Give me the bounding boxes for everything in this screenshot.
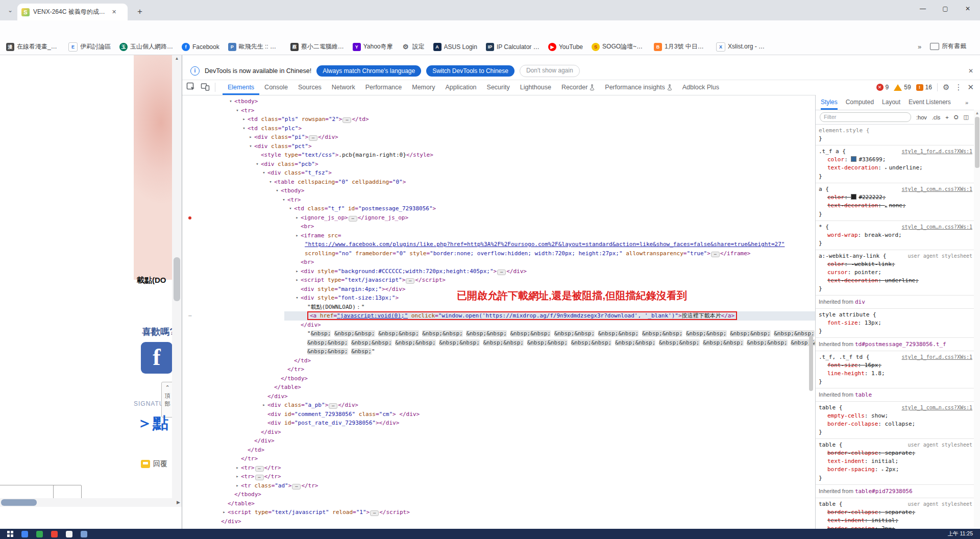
expand-arrow-open-icon[interactable]: ▾ xyxy=(254,160,260,169)
sidebar-tab-event-listeners[interactable]: Event Listeners xyxy=(909,95,951,110)
expand-arrow-closed-icon[interactable]: ▸ xyxy=(294,231,300,240)
taskbar-app-icon[interactable] xyxy=(21,531,28,537)
inspect-element-icon[interactable] xyxy=(186,82,197,92)
tree-line[interactable]: ▾<td class="plc"> xyxy=(182,124,815,133)
tree-line[interactable]: <div id="comment_72938056" class="cm"> <… xyxy=(182,410,815,419)
sidebar-tab-layout[interactable]: Layout xyxy=(882,95,900,110)
taskbar-clock[interactable]: 上午 11:25 xyxy=(948,530,973,537)
page-link-text[interactable]: ＞點 xyxy=(137,412,168,434)
css-rule[interactable]: style attribute {font-size: 13px;} xyxy=(816,309,980,338)
page-partial-button[interactable] xyxy=(0,485,58,499)
page-vertical-scrollbar[interactable]: ▲ xyxy=(172,55,182,498)
css-rule[interactable]: table {style_1_com…n.css?XWs:1empty-cell… xyxy=(816,402,980,439)
expand-arrow-closed-icon[interactable]: ▸ xyxy=(234,472,240,481)
expand-arrow-open-icon[interactable]: ▾ xyxy=(248,142,254,151)
expand-arrow-open-icon[interactable]: ▾ xyxy=(294,293,300,303)
window-minimize-button[interactable]: — xyxy=(912,0,934,17)
page-partial-button[interactable] xyxy=(53,485,82,499)
devtools-tab-network[interactable]: Network xyxy=(327,80,360,95)
bookmark-item[interactable]: 漫在線看漫畫_動漫狂... xyxy=(6,42,60,51)
stylesheet-link[interactable]: style_1_com…n.css?XWs:1 xyxy=(902,223,972,231)
bookmark-item[interactable]: E伊莉討論區 xyxy=(68,42,111,52)
css-rule[interactable]: table {user agent stylesheetborder-colla… xyxy=(816,439,980,485)
windows-start-icon[interactable] xyxy=(7,531,13,537)
stylesheet-link[interactable]: style_1_com…n.css?XWs:1 xyxy=(902,185,972,193)
css-rule[interactable]: .t_f a {style_1_for…d.css?XWs:1color: #3… xyxy=(816,145,980,183)
tree-line[interactable]: ▾<td class="t_f" id="postmessage_7293805… xyxy=(182,204,815,213)
css-declaration[interactable]: cursor: pointer; xyxy=(819,268,978,277)
bookmark-item[interactable]: YYahoo奇摩 xyxy=(353,42,393,51)
expand-arrow-open-icon[interactable]: ▾ xyxy=(228,97,234,106)
expand-arrow-closed-icon[interactable]: ▸ xyxy=(234,481,240,491)
devtools-settings-icon[interactable]: ⚙ xyxy=(943,83,949,92)
expand-arrow-open-icon[interactable]: ▾ xyxy=(241,124,247,133)
expand-arrow-closed-icon[interactable]: ▸ xyxy=(261,401,267,410)
expand-arrow-closed-icon[interactable]: ▸ xyxy=(234,463,240,473)
bookmark-item[interactable]: 玉玉山個人網路銀行 E... xyxy=(119,42,173,51)
expand-arrow-open-icon[interactable]: ▾ xyxy=(261,168,267,178)
tree-line[interactable]: ▾<div class="pct"> xyxy=(182,142,815,151)
tree-line[interactable]: ▸<div class="a_pb">…</div> xyxy=(182,401,815,410)
css-declaration[interactable]: border-spacing: ▸2px; xyxy=(819,465,978,474)
tree-line[interactable]: </div> xyxy=(182,392,815,401)
css-rule[interactable]: .t_f, .t_f td {style_1_for…d.css?XWs:1fo… xyxy=(816,351,980,388)
css-declaration[interactable]: text-decoration: underline; xyxy=(819,277,978,285)
tree-line[interactable]: ▸<div style="background:#CCCCCC;width:72… xyxy=(182,267,815,276)
tree-line[interactable]: ▸<iframe src= xyxy=(182,231,815,240)
browser-tab[interactable]: S VENX-264C 被義母的成熟豐滿 ✕ xyxy=(17,4,128,20)
bookmark-item[interactable]: B1月3號 中日班表已... xyxy=(654,42,707,51)
css-declaration[interactable]: color: -webkit-link; xyxy=(819,260,978,268)
errors-badge[interactable]: ✕9 xyxy=(876,84,889,91)
tab-close-icon[interactable]: ✕ xyxy=(112,9,116,15)
expand-arrow-open-icon[interactable]: ▾ xyxy=(274,186,280,195)
tree-line[interactable]: </table> xyxy=(182,499,815,508)
window-maximize-button[interactable]: ▢ xyxy=(934,0,957,17)
elements-scrollbar[interactable] xyxy=(808,95,814,539)
expand-arrow-closed-icon[interactable]: ▸ xyxy=(241,115,247,124)
stylesheet-link[interactable]: style_1_for…d.css?XWs:1 xyxy=(902,148,972,156)
scroll-right-icon[interactable]: ▶ xyxy=(177,499,180,506)
css-rule[interactable]: a {style_1_com…n.css?XWs:1color: #222222… xyxy=(816,183,980,221)
tree-line[interactable]: </tbody> xyxy=(182,490,815,499)
devtools-menu-icon[interactable]: ⋮ xyxy=(954,83,962,92)
bookmark-item[interactable]: 蔡蔡小二電腦維配坊 :... xyxy=(290,42,344,51)
css-declaration[interactable]: border-collapse: separate; xyxy=(819,449,978,457)
stylesheet-link[interactable]: style_1_for…d.css?XWs:1 xyxy=(902,353,972,361)
tree-line[interactable]: </td> xyxy=(182,446,815,455)
devtools-tab-security[interactable]: Security xyxy=(482,80,515,95)
devtools-close-icon[interactable]: ✕ xyxy=(967,83,974,92)
page-horizontal-scrollbar[interactable]: ▶ xyxy=(0,498,182,507)
infobar-close-icon[interactable]: ✕ xyxy=(968,67,973,75)
taskbar-app-icon[interactable] xyxy=(66,531,72,537)
css-declaration[interactable]: color: #222222; xyxy=(819,193,978,202)
expand-arrow-closed-icon[interactable]: ▸ xyxy=(294,213,300,223)
devtools-tab-console[interactable]: Console xyxy=(259,80,293,95)
css-declaration[interactable]: text-decoration: ▸underline; xyxy=(819,164,978,173)
css-rule[interactable]: a:-webkit-any-link {user agent styleshee… xyxy=(816,250,980,296)
tree-line[interactable]: ▸<td class="pls" rowspan="2">…</td> xyxy=(182,115,815,124)
css-declaration[interactable]: font-size: 13px; xyxy=(819,319,978,327)
tree-line[interactable]: ▸<script type="text/javascript" reload="… xyxy=(182,508,815,517)
tree-line[interactable]: ▸<tr>…</tr> xyxy=(182,472,815,481)
tree-line[interactable]: </table> xyxy=(182,383,815,392)
bookmark-item[interactable]: AASUS Login xyxy=(433,43,477,51)
css-declaration[interactable]: text-indent: initial; xyxy=(819,457,978,465)
tree-line[interactable]: <div id="post_rate_div_72938056"></div> xyxy=(182,419,815,428)
expand-arrow-open-icon[interactable]: ▾ xyxy=(267,178,274,187)
css-rule[interactable]: table {user agent stylesheetborder-colla… xyxy=(816,498,980,529)
tree-line[interactable]: ▸<div class="pi">…</div> xyxy=(182,133,815,142)
css-declaration[interactable]: empty-cells: show; xyxy=(819,412,978,420)
new-tab-button[interactable]: + xyxy=(134,6,146,18)
bookmark-item[interactable]: ⚙設定 xyxy=(402,42,425,51)
tree-line[interactable]: &nbsp;&nbsp; &nbsp;" xyxy=(182,347,815,356)
bookmark-item[interactable]: IPIP Calculator / IP S... xyxy=(486,43,540,51)
css-declaration[interactable]: font-size: 16px; xyxy=(819,361,978,370)
tree-line[interactable]: </td> xyxy=(182,356,815,365)
tree-line[interactable]: ▾<tr> xyxy=(182,195,815,205)
css-rule[interactable]: * {style_1_com…n.css?XWs:1word-wrap: bre… xyxy=(816,221,980,250)
css-declaration[interactable]: text-decoration: ▸none; xyxy=(819,202,978,210)
warnings-badge[interactable]: 59 xyxy=(894,84,911,91)
tree-line[interactable]: ▾<tr> xyxy=(182,106,815,115)
stylesheet-link[interactable]: style_1_com…n.css?XWs:1 xyxy=(902,404,972,412)
sidebar-tab-styles[interactable]: Styles xyxy=(821,95,838,110)
